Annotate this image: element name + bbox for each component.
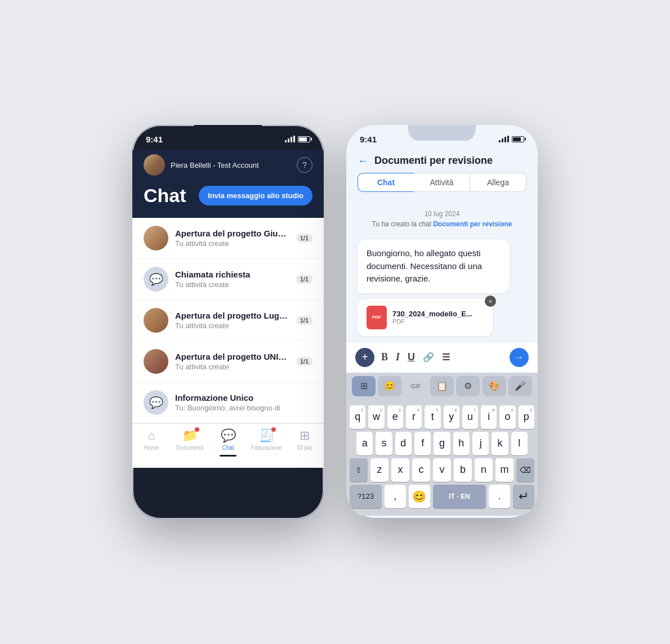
kb-key-v[interactable]: v [433, 458, 451, 482]
back-button[interactable]: ← [358, 154, 369, 167]
tab-attivita[interactable]: Attività [414, 173, 470, 192]
chat-avatar: 💬 [144, 390, 168, 415]
chat-info: Apertura del progetto Luglio 2... Tu att… [175, 311, 289, 330]
list-button[interactable]: ☰ [442, 352, 450, 363]
chat-badge: 1/1 [296, 275, 312, 284]
chat-info: Informazione Unico Tu: Buongiorno, avrei… [175, 393, 312, 412]
kb-key-r[interactable]: r4 [406, 405, 422, 429]
left-phone: 9:41 Piera Bellelli - Test Account ? Cha… [132, 125, 324, 519]
tab-chat[interactable]: Chat [358, 173, 414, 192]
kb-settings-btn[interactable]: ⚙ [456, 376, 480, 396]
kb-key-l[interactable]: l [511, 432, 528, 455]
kb-key-b[interactable]: b [454, 458, 472, 482]
nav-home[interactable]: ⌂ Home [132, 428, 171, 457]
nav-fatturazione-label: Fatturazione [251, 445, 282, 451]
kb-key-u[interactable]: u7 [462, 405, 478, 429]
kb-return-key[interactable]: ↵ [513, 485, 534, 508]
underline-button[interactable]: U [408, 351, 415, 363]
kb-key-f[interactable]: f [414, 432, 431, 455]
kb-key-k[interactable]: k [492, 432, 508, 455]
kb-key-g[interactable]: g [434, 432, 450, 455]
chat-info: Apertura del progetto Giugno ... Tu atti… [175, 229, 289, 248]
kb-bottom-row: ?123 , 😊 IT · EN . ↵ [349, 485, 535, 508]
kb-gif-btn[interactable]: GIF [404, 376, 428, 396]
chat-badge: 1/1 [296, 316, 312, 325]
kb-key-q[interactable]: q1 [350, 405, 365, 429]
tab-allega[interactable]: Allega [470, 173, 526, 192]
kb-emoji-keyboard-btn[interactable]: ⊞ [352, 376, 376, 396]
kb-sticker-btn[interactable]: 😊 [378, 376, 401, 396]
bold-button[interactable]: B [381, 351, 388, 363]
kb-key-h[interactable]: h [453, 432, 470, 455]
chat-item[interactable]: Apertura del progetto Luglio 2... Tu att… [132, 300, 324, 341]
kb-key-a[interactable]: a [356, 432, 373, 455]
kb-key-p[interactable]: p0 [519, 405, 534, 429]
pdf-icon: PDF [367, 306, 387, 329]
chat-badge: 1/1 [296, 234, 312, 243]
kb-emoji-key[interactable]: 😊 [409, 485, 430, 508]
battery-fill-left [299, 137, 307, 141]
message-toolbar: + B I U 🔗 ☰ → [346, 342, 538, 373]
chat-item[interactable]: 💬 Chiamata richiesta Tu attività create … [132, 259, 324, 300]
documenti-dot [195, 427, 199, 432]
link-button[interactable]: 🔗 [423, 352, 434, 363]
kb-num-key[interactable]: ?123 [350, 485, 382, 508]
pdf-close-button[interactable]: × [485, 296, 496, 307]
kb-key-c[interactable]: c [412, 458, 430, 482]
pdf-icon-text: PDF [372, 315, 381, 320]
nav-chat[interactable]: 💬 Chat [209, 428, 247, 457]
kb-key-t[interactable]: t5 [425, 405, 440, 429]
kb-key-s[interactable]: s [376, 432, 392, 455]
chat-item[interactable]: 💬 Informazione Unico Tu: Buongiorno, avr… [132, 382, 324, 423]
kb-period-key[interactable]: . [489, 485, 510, 508]
chat-name: Apertura del progetto UNICO [175, 352, 289, 361]
kb-key-e[interactable]: e3 [387, 405, 403, 429]
kb-key-y[interactable]: y6 [444, 405, 459, 429]
send-studio-button[interactable]: Invia messaggio allo studio [199, 186, 312, 205]
battery-icon-left [298, 136, 310, 142]
kb-key-m[interactable]: m [495, 458, 513, 482]
kb-key-d[interactable]: d [395, 432, 412, 455]
chat-sub: Tu attività create [175, 321, 289, 330]
chat-sub: Tu: Buongiorno, avrei bisogno di [175, 404, 312, 412]
kb-key-n[interactable]: n [475, 458, 493, 482]
chat-sub: Tu attività create [175, 280, 289, 289]
kb-key-z[interactable]: z [370, 458, 388, 482]
user-row: Piera Bellelli - Test Account ? [144, 154, 312, 176]
chat-item[interactable]: Apertura del progetto Giugno ... Tu atti… [132, 218, 324, 259]
kb-shift-key[interactable]: ⇧ [350, 458, 368, 482]
kb-lang-key[interactable]: IT · EN [433, 485, 486, 508]
right-title: Documenti per revisione [374, 155, 526, 167]
kb-clipboard-btn[interactable]: 📋 [430, 376, 454, 396]
nav-chat-label: Chat [222, 445, 234, 451]
pdf-attachment[interactable]: PDF 730_2024_modello_E... PDF × [358, 299, 493, 336]
chat-item[interactable]: Apertura del progetto UNICO Tu attività … [132, 341, 324, 382]
italic-button[interactable]: I [396, 351, 400, 363]
chat-name: Informazione Unico [175, 393, 312, 402]
signal-bars-right [499, 136, 509, 142]
kb-key-x[interactable]: x [391, 458, 409, 482]
nav-fatturazione[interactable]: 🧾 Fatturazione [247, 428, 285, 457]
kb-comma-key[interactable]: , [385, 485, 406, 508]
kb-key-o[interactable]: o9 [499, 405, 515, 429]
nav-documenti[interactable]: 📁 Documenti [171, 428, 209, 457]
keyboard-extras: ⊞ 😊 GIF 📋 ⚙ 🎨 🎤 [346, 373, 538, 401]
kb-voice-btn[interactable]: 🎤 [508, 376, 532, 396]
chat-info: Chiamata richiesta Tu attività create [175, 270, 289, 289]
kb-theme-btn[interactable]: 🎨 [483, 376, 506, 396]
toolbar-plus-button[interactable]: + [355, 348, 374, 367]
kb-key-j[interactable]: j [472, 432, 489, 455]
signal-bars-left [285, 136, 295, 142]
chat-area: 10 lug 2024 Tu ha creato la chat Documen… [346, 199, 538, 342]
kb-key-w[interactable]: w2 [368, 405, 384, 429]
title-row: Chat Invia messaggio allo studio [144, 185, 312, 207]
kb-key-i[interactable]: i8 [481, 405, 497, 429]
system-msg-link[interactable]: Documenti per revisione [433, 220, 512, 228]
nav-dipiu[interactable]: ⊞ Di più [285, 428, 324, 457]
documenti-icon: 📁 [182, 428, 198, 443]
kb-delete-key[interactable]: ⌫ [516, 458, 534, 482]
chat-avatar [144, 308, 168, 333]
bottom-nav: ⌂ Home 📁 Documenti 💬 Chat 🧾 Fatturazione… [132, 423, 324, 468]
send-message-button[interactable]: → [510, 348, 529, 367]
help-button[interactable]: ? [297, 157, 312, 173]
